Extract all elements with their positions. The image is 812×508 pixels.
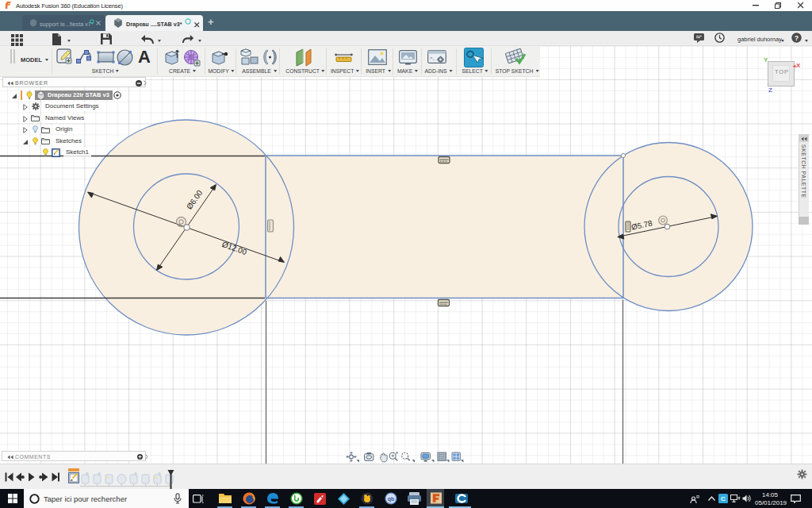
- svg-text:qb: qb: [388, 496, 395, 502]
- svg-text:C: C: [721, 495, 726, 502]
- svg-text:?: ?: [795, 34, 799, 42]
- svg-text:>_: >_: [430, 56, 436, 61]
- svg-text:R: R: [696, 495, 699, 499]
